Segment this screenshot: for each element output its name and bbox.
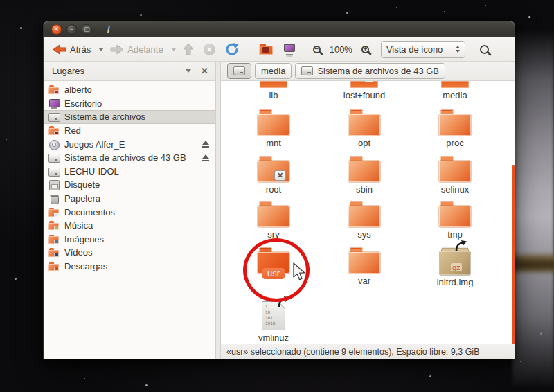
zoom-in-button[interactable]: + <box>358 44 373 55</box>
sidebar-item-volume-43gb[interactable]: Sistema de archivos de 43 GB <box>44 151 215 165</box>
folder-icon <box>439 201 471 227</box>
file-item[interactable]: proc <box>417 109 493 148</box>
sidebar-item-desktop[interactable]: Escritorio <box>44 97 215 111</box>
file-item[interactable]: opt <box>326 109 402 148</box>
overlay-scrollbar[interactable] <box>512 165 515 344</box>
folder-icon <box>439 156 471 182</box>
folder-icon-partial: ⌃ <box>350 81 378 88</box>
sidebar-item-music[interactable]: Música <box>44 219 215 233</box>
folder-icon <box>258 201 289 227</box>
sidebar-item-network[interactable]: Red <box>44 124 215 138</box>
file-item[interactable]: mnt <box>235 109 312 148</box>
folder-icon <box>348 247 380 274</box>
folder-icon <box>348 156 380 182</box>
home-folder-icon <box>48 84 60 95</box>
content-pane: media Sistema de archivos de 43 GB lib ⌃… <box>221 62 515 359</box>
folder-icon-partial <box>260 81 287 88</box>
close-button[interactable]: ✕ <box>51 24 62 35</box>
path-bar: media Sistema de archivos de 43 GB <box>221 62 515 81</box>
back-button[interactable]: Atrás <box>49 42 94 57</box>
view-mode-label: Vista de icono <box>386 44 443 55</box>
sidebar-item-floppy[interactable]: Disquete <box>44 178 215 192</box>
eject-icon[interactable] <box>202 141 210 148</box>
folder-icon-partial <box>441 81 469 88</box>
stop-button[interactable]: × <box>200 42 219 57</box>
package-icon: gz <box>438 247 472 275</box>
back-label: Atrás <box>70 44 91 55</box>
stop-icon: × <box>204 44 215 55</box>
zoom-in-icon: + <box>361 46 369 53</box>
downloads-folder-icon <box>48 261 60 271</box>
file-item[interactable]: var <box>326 247 402 286</box>
stars <box>0 0 1 1</box>
path-button-root[interactable] <box>227 63 251 79</box>
file-item[interactable]: srv <box>235 201 312 240</box>
drive-icon <box>48 166 60 177</box>
gz-badge: gz <box>451 263 462 271</box>
sidebar-item-pictures[interactable]: Imágenes <box>44 233 215 247</box>
desktop-icon <box>48 98 60 109</box>
sidebar-item-trash[interactable]: Papelera <box>44 192 215 206</box>
file-item[interactable]: 1 10 101 1010 vmlinuz <box>235 301 312 343</box>
pane-divider[interactable] <box>215 62 221 359</box>
maximize-button[interactable]: ▢ <box>82 24 92 35</box>
path-button-media[interactable]: media <box>255 63 292 79</box>
file-item[interactable]: tmp <box>417 201 493 240</box>
file-item[interactable]: ⌃ lost+found <box>326 81 402 100</box>
sidebar-item-home[interactable]: alberto <box>44 83 215 97</box>
zoom-out-icon: − <box>313 46 321 53</box>
file-item[interactable]: lib <box>235 81 312 100</box>
places-sidebar: Lugares ✕ alberto Escritorio Sistema de … <box>44 62 215 359</box>
sidebar-header: Lugares ✕ <box>44 62 215 81</box>
videos-folder-icon <box>48 247 60 258</box>
titlebar[interactable]: ✕ − ▢ / <box>44 21 515 37</box>
forward-button[interactable]: Adelante <box>107 42 166 57</box>
folder-icon <box>258 109 289 136</box>
sidebar-item-videos[interactable]: Vídeos <box>44 246 215 260</box>
network-folder-icon <box>48 125 60 136</box>
folder-icon <box>439 109 471 136</box>
sidebar-item-downloads[interactable]: Descargas <box>44 260 215 274</box>
folder-icon <box>348 109 380 136</box>
window-body: Lugares ✕ alberto Escritorio Sistema de … <box>44 62 515 359</box>
zoom-out-button[interactable]: − <box>310 44 324 55</box>
status-text: «usr» seleccionado (contiene 9 elementos… <box>226 347 479 357</box>
search-button[interactable] <box>476 43 492 56</box>
sidebar-close-icon[interactable]: ✕ <box>201 66 208 76</box>
zoom-level: 100% <box>327 44 355 55</box>
status-bar: «usr» seleccionado (contiene 9 elementos… <box>221 344 515 359</box>
toolbar-separator <box>249 42 249 57</box>
path-button-volume[interactable]: Sistema de archivos de 43 GB <box>295 63 445 79</box>
sidebar-item-filesystem[interactable]: Sistema de archivos <box>44 110 215 124</box>
icon-view[interactable]: lib ⌃ lost+found media mnt opt <box>221 81 515 344</box>
sidebar-mode-caret[interactable] <box>186 69 191 73</box>
file-item[interactable]: sbin <box>326 156 402 195</box>
file-item[interactable]: sys <box>326 201 402 240</box>
file-item[interactable]: ✕ root <box>235 156 312 195</box>
file-item[interactable]: gz initrd.img <box>417 247 493 287</box>
folder-icon: ✕ <box>258 156 289 182</box>
no-access-emblem-icon: ✕ <box>274 170 286 181</box>
back-history-caret[interactable] <box>98 48 104 51</box>
minimize-button[interactable]: − <box>66 24 77 35</box>
trash-icon <box>48 193 60 204</box>
file-item[interactable]: selinux <box>417 156 493 195</box>
sidebar-item-documents[interactable]: Documentos <box>44 205 215 219</box>
sidebar-item-lechu-idol[interactable]: LECHU-IDOL <box>44 165 215 179</box>
sidebar-item-cdrom[interactable]: Juegos Alfer_E <box>44 137 215 151</box>
eject-icon[interactable] <box>202 154 210 161</box>
file-item[interactable]: media <box>417 81 493 100</box>
computer-button[interactable] <box>279 42 300 57</box>
search-icon <box>480 45 489 54</box>
binary-text: 1 10 101 1010 <box>265 304 275 326</box>
drive-icon <box>301 66 313 75</box>
drive-icon <box>48 112 60 122</box>
reload-button[interactable] <box>222 41 242 58</box>
forward-history-caret[interactable] <box>171 48 177 51</box>
galaxy-band <box>512 29 554 389</box>
forward-label: Adelante <box>127 44 163 55</box>
home-button[interactable] <box>256 42 276 57</box>
up-button[interactable] <box>179 41 197 57</box>
view-mode-select[interactable]: Vista de icono <box>381 41 465 58</box>
back-arrow-icon <box>53 44 66 55</box>
